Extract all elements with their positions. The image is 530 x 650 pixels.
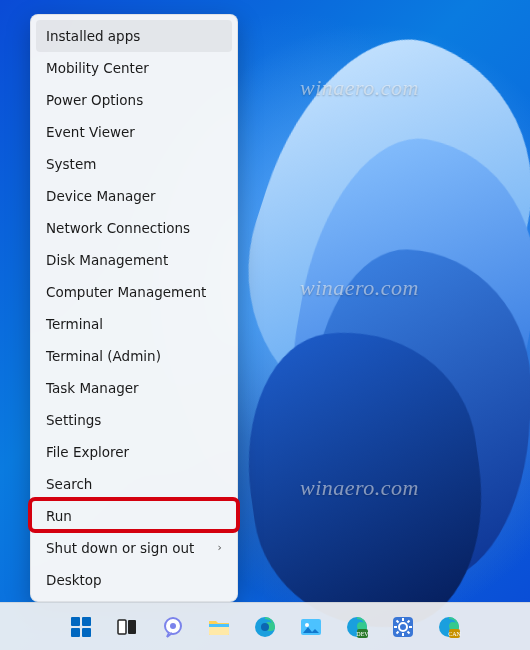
menu-item-installed-apps[interactable]: Installed apps (36, 20, 232, 52)
menu-item-desktop[interactable]: Desktop (36, 564, 232, 596)
menu-item-label: Search (46, 476, 92, 492)
menu-item-label: Installed apps (46, 28, 140, 44)
start-icon[interactable] (61, 607, 101, 647)
svg-line-26 (408, 620, 410, 622)
svg-rect-4 (118, 620, 126, 634)
menu-item-label: Device Manager (46, 188, 156, 204)
edge-canary-icon[interactable]: CAN (429, 607, 469, 647)
file-explorer-icon[interactable] (199, 607, 239, 647)
edge-dev-icon[interactable]: DEV (337, 607, 377, 647)
chat-icon[interactable] (153, 607, 193, 647)
menu-item-label: File Explorer (46, 444, 129, 460)
edge-icon[interactable] (245, 607, 285, 647)
menu-item-label: Desktop (46, 572, 102, 588)
menu-item-network-connections[interactable]: Network Connections (36, 212, 232, 244)
svg-rect-2 (71, 628, 80, 637)
menu-item-event-viewer[interactable]: Event Viewer (36, 116, 232, 148)
menu-item-run[interactable]: Run (36, 500, 232, 532)
menu-item-search[interactable]: Search (36, 468, 232, 500)
menu-item-terminal-admin[interactable]: Terminal (Admin) (36, 340, 232, 372)
menu-item-task-manager[interactable]: Task Manager (36, 372, 232, 404)
menu-item-label: Disk Management (46, 252, 168, 268)
svg-line-25 (397, 631, 399, 633)
menu-item-file-explorer[interactable]: File Explorer (36, 436, 232, 468)
chevron-right-icon: › (218, 532, 222, 564)
menu-item-label: Settings (46, 412, 101, 428)
svg-rect-1 (82, 617, 91, 626)
svg-rect-3 (82, 628, 91, 637)
svg-point-7 (170, 623, 176, 629)
svg-rect-9 (209, 624, 229, 627)
menu-item-label: Event Viewer (46, 124, 135, 140)
svg-rect-5 (128, 620, 136, 634)
menu-item-label: Terminal (46, 316, 103, 332)
svg-text:DEV: DEV (356, 631, 369, 637)
menu-item-label: Run (46, 508, 72, 524)
photos-icon[interactable] (291, 607, 331, 647)
menu-item-label: Task Manager (46, 380, 139, 396)
svg-text:CAN: CAN (448, 631, 461, 637)
svg-line-23 (397, 620, 399, 622)
task-view-icon[interactable] (107, 607, 147, 647)
svg-point-11 (261, 623, 269, 631)
menu-item-system[interactable]: System (36, 148, 232, 180)
menu-item-power-options[interactable]: Power Options (36, 84, 232, 116)
desktop[interactable]: winaero.com winaero.com winaero.com Inst… (0, 0, 530, 650)
menu-item-label: Shut down or sign out (46, 540, 194, 556)
taskbar: DEV CAN (0, 602, 530, 650)
menu-item-disk-management[interactable]: Disk Management (36, 244, 232, 276)
menu-item-label: System (46, 156, 96, 172)
winx-context-menu: Installed appsMobility CenterPower Optio… (30, 14, 238, 602)
menu-item-device-manager[interactable]: Device Manager (36, 180, 232, 212)
menu-item-label: Power Options (46, 92, 143, 108)
svg-line-24 (408, 631, 410, 633)
menu-item-shut-down-or-sign-out[interactable]: Shut down or sign out› (36, 532, 232, 564)
menu-item-computer-management[interactable]: Computer Management (36, 276, 232, 308)
menu-item-mobility-center[interactable]: Mobility Center (36, 52, 232, 84)
menu-item-terminal[interactable]: Terminal (36, 308, 232, 340)
menu-item-label: Computer Management (46, 284, 206, 300)
svg-rect-0 (71, 617, 80, 626)
menu-item-label: Network Connections (46, 220, 190, 236)
menu-item-label: Terminal (Admin) (46, 348, 161, 364)
menu-item-label: Mobility Center (46, 60, 149, 76)
svg-point-13 (305, 623, 309, 627)
settings-app-icon[interactable] (383, 607, 423, 647)
menu-item-settings[interactable]: Settings (36, 404, 232, 436)
